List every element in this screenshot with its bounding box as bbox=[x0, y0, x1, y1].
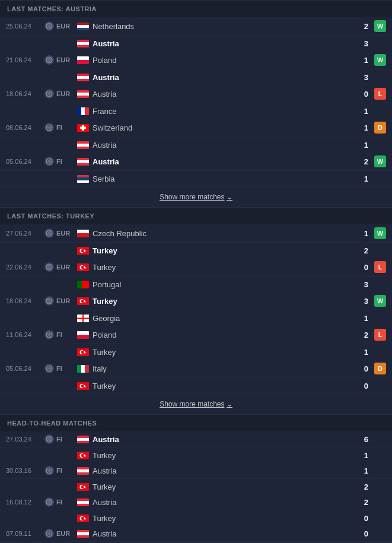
match-group-last-turkey-0: 27.06.24EURCzech Republic1WTurkey2 bbox=[0, 224, 392, 258]
flag-turkey bbox=[77, 515, 89, 522]
comp-col: EUR bbox=[44, 262, 77, 272]
team-col: Netherlands bbox=[77, 22, 353, 31]
team-name: Turkey bbox=[93, 348, 116, 357]
match-group-last-turkey-4: 05.06.24FIItaly0DTurkey0 bbox=[0, 360, 392, 393]
match-row: 07.09.11EURAustria0 bbox=[0, 526, 392, 542]
team-score: 0 bbox=[353, 529, 368, 538]
section-header-head-to-head: HEAD-TO-HEAD MATCHES bbox=[0, 414, 392, 431]
team-name: Turkey bbox=[93, 263, 116, 272]
section-header-last-austria: LAST MATCHES: AUSTRIA bbox=[0, 0, 392, 17]
match-date: 22.06.24 bbox=[6, 263, 44, 271]
chevron-down-icon: ⌄ bbox=[227, 193, 232, 201]
team-score: 2 bbox=[353, 498, 368, 507]
competition-icon bbox=[44, 529, 54, 538]
flag-portugal bbox=[77, 281, 89, 288]
team-name: Austria bbox=[93, 157, 119, 166]
flag-austria bbox=[77, 467, 89, 475]
team-name: Poland bbox=[93, 56, 116, 65]
team-name: Czech Republic bbox=[93, 229, 146, 238]
competition-icon bbox=[44, 89, 54, 99]
show-more-button[interactable]: Show more matches ⌄ bbox=[0, 393, 392, 414]
competition-icon bbox=[44, 296, 54, 306]
match-group-last-austria-3: 08.06.24FISwitzerland1DAustria1 bbox=[0, 119, 392, 153]
comp-col: FI bbox=[44, 364, 77, 373]
match-group-head-to-head-0: 27.03.24FIAustria6Turkey1 bbox=[0, 431, 392, 463]
result-badge: W bbox=[374, 54, 386, 66]
flag-turkey bbox=[77, 297, 89, 305]
team-name: Austria bbox=[93, 90, 116, 99]
flag-georgia bbox=[77, 315, 89, 322]
show-more-button[interactable]: Show more matches ⌄ bbox=[0, 186, 392, 207]
chevron-down-icon: ⌄ bbox=[227, 400, 232, 408]
flag-switzerland bbox=[77, 124, 89, 132]
team-score: 3 bbox=[353, 297, 368, 306]
match-row: Serbia1 bbox=[0, 171, 392, 186]
competition-label: FI bbox=[56, 158, 62, 165]
match-group-last-turkey-3: 11.06.24FIPoland2LTurkey1 bbox=[0, 326, 392, 360]
competition-label: FI bbox=[56, 467, 62, 474]
team-col: Poland bbox=[77, 56, 353, 65]
flag-austria bbox=[77, 90, 89, 98]
comp-col: FI bbox=[44, 123, 77, 132]
team-score: 2 bbox=[353, 246, 368, 255]
flag-turkey bbox=[77, 247, 89, 255]
competition-icon bbox=[44, 466, 54, 475]
competition-icon bbox=[44, 55, 54, 65]
competition-icon bbox=[44, 262, 54, 272]
match-row: Turkey2 bbox=[0, 479, 392, 494]
result-badge: L bbox=[374, 261, 386, 273]
result-badge: W bbox=[374, 155, 386, 167]
team-col: Austria bbox=[77, 466, 353, 475]
team-col: Austria bbox=[77, 157, 353, 166]
comp-col: EUR bbox=[44, 89, 77, 99]
flag-poland bbox=[77, 56, 89, 64]
match-row: 21.06.24EURPoland1W bbox=[0, 51, 392, 69]
flag-austria bbox=[77, 530, 89, 538]
match-date: 21.06.24 bbox=[6, 56, 44, 63]
team-score: 2 bbox=[353, 482, 368, 491]
show-more-label: Show more matches bbox=[160, 193, 224, 201]
comp-col: EUR bbox=[44, 296, 77, 306]
comp-col: FI bbox=[44, 466, 77, 475]
comp-col: EUR bbox=[44, 21, 77, 31]
match-row: 22.06.24EURTurkey0L bbox=[0, 258, 392, 277]
match-row: 08.06.24FISwitzerland1D bbox=[0, 119, 392, 137]
team-name: Turkey bbox=[93, 246, 117, 255]
competition-label: EUR bbox=[56, 230, 70, 237]
match-row: Turkey1 bbox=[0, 447, 392, 463]
team-col: Serbia bbox=[77, 174, 353, 183]
team-col: Austria bbox=[77, 529, 353, 538]
comp-col: EUR bbox=[44, 529, 77, 538]
match-date: 25.06.24 bbox=[6, 23, 44, 30]
team-score: 1 bbox=[353, 314, 368, 323]
team-col: Austria bbox=[77, 435, 353, 444]
match-row: 27.06.24EURCzech Republic1W bbox=[0, 224, 392, 243]
competition-label: FI bbox=[56, 436, 62, 443]
team-col: Turkey bbox=[77, 514, 353, 523]
match-row: France1 bbox=[0, 103, 392, 119]
team-score: 2 bbox=[353, 157, 368, 166]
match-group-head-to-head-3: 07.09.11EURAustria0Turkey0 bbox=[0, 526, 392, 543]
competition-icon bbox=[44, 497, 54, 507]
team-col: Turkey bbox=[77, 482, 353, 491]
match-group-last-austria-1: 21.06.24EURPoland1WAustria3 bbox=[0, 51, 392, 85]
match-group-last-austria-0: 25.06.24EURNetherlands2WAustria3 bbox=[0, 17, 392, 51]
flag-czech bbox=[77, 230, 89, 237]
flag-austria bbox=[77, 74, 89, 81]
team-col: Turkey bbox=[77, 348, 353, 357]
competition-label: EUR bbox=[56, 56, 70, 63]
match-row: 18.06.24EURTurkey3W bbox=[0, 292, 392, 310]
result-badge: L bbox=[374, 329, 386, 341]
match-date: 05.06.24 bbox=[6, 158, 44, 165]
team-name: Austria bbox=[93, 73, 119, 82]
match-row: Turkey0 bbox=[0, 378, 392, 393]
match-date: 11.06.24 bbox=[6, 331, 44, 338]
team-col: Italy bbox=[77, 364, 353, 373]
team-col: Turkey bbox=[77, 451, 353, 460]
comp-col: EUR bbox=[44, 55, 77, 65]
match-row: Turkey1 bbox=[0, 344, 392, 360]
team-score: 0 bbox=[353, 364, 368, 373]
flag-turkey bbox=[77, 483, 89, 491]
team-score: 1 bbox=[353, 348, 368, 357]
team-name: Poland bbox=[93, 331, 116, 339]
